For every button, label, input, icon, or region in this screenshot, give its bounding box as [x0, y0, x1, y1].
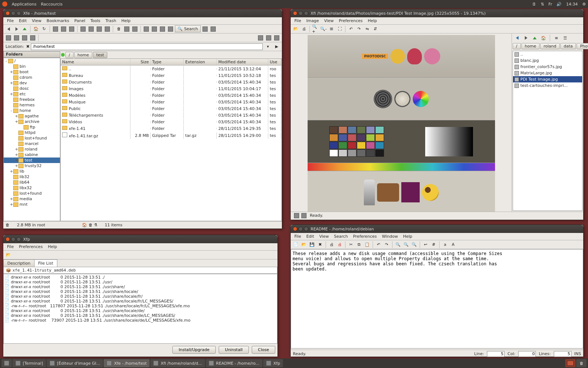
open-icon[interactable]: 📂 — [5, 251, 12, 259]
flip-v-icon[interactable]: ⇵ — [372, 25, 379, 33]
crumb[interactable]: home — [521, 43, 539, 49]
view-small-icon[interactable] — [265, 34, 272, 42]
tree-item[interactable]: -/ — [4, 58, 60, 64]
zoom-in-icon[interactable]: 🔍+ — [312, 25, 319, 33]
paste-icon[interactable] — [96, 25, 103, 33]
view-icons-icon[interactable] — [257, 34, 264, 42]
taskbar-button[interactable]: Xfp — [263, 359, 283, 367]
tree-item[interactable]: +sabine — [4, 152, 60, 158]
forward-icon[interactable] — [13, 25, 20, 33]
tree-item[interactable]: httpd — [4, 130, 60, 135]
table-row[interactable]: ImagesFolder11/01/2015 10:04:17tes — [61, 85, 282, 92]
install-button[interactable]: Install/Upgrade — [172, 346, 216, 354]
taskbar-button[interactable]: [Terminal] — [12, 359, 46, 367]
list-item[interactable]: 📄 -rw-r--r-- root/root 73907 2015-11-28 … — [4, 318, 276, 323]
unmount-icon[interactable] — [167, 25, 174, 33]
view-detail-icon[interactable] — [273, 34, 280, 42]
menu-window[interactable]: Window — [380, 233, 400, 240]
new-folder-icon[interactable] — [52, 25, 59, 33]
table-row[interactable]: PublicFolder03/05/2014 15:40:34tes — [61, 105, 282, 112]
list-item[interactable]: blanc.jpg — [513, 57, 582, 64]
table-row[interactable]: DocumentsFolder03/05/2014 15:40:34tes — [61, 79, 282, 85]
menu-help[interactable]: Help — [401, 233, 415, 240]
xfi-file-list[interactable]: ..blanc.jpgfrontier_color57s.jpgMatrixLa… — [513, 51, 582, 211]
linenum-icon[interactable]: # — [430, 241, 437, 248]
show-desktop-icon[interactable] — [1, 359, 12, 367]
terminal-icon[interactable] — [143, 25, 150, 33]
tree-item[interactable]: +roland — [4, 146, 60, 152]
flip-h-icon[interactable]: ⇋ — [363, 25, 371, 33]
up-icon[interactable] — [531, 34, 538, 42]
print2-icon[interactable]: 🖨 — [336, 241, 343, 248]
list-item[interactable]: MatrixLarge.jpg — [513, 70, 582, 76]
column-header[interactable]: Type — [151, 59, 184, 65]
trash-icon[interactable]: 🗑 — [115, 25, 122, 33]
panel-tree-icon[interactable] — [13, 34, 20, 42]
xfi-titlebar[interactable]: Xfi /home/roland/data/Photos/images-test… — [291, 9, 583, 17]
file-list[interactable]: NameSizeTypeExtensionModified dateUse ..… — [60, 59, 282, 221]
menu-view[interactable]: View — [322, 18, 336, 24]
table-row[interactable]: MusiqueFolder03/05/2014 15:40:34tes — [61, 99, 282, 105]
network-icon[interactable]: ⇅ — [541, 2, 544, 7]
clock[interactable]: 14:34 — [566, 2, 578, 7]
open-icon[interactable]: 📂 — [300, 241, 308, 248]
search-prev-icon[interactable]: 🔍 — [402, 241, 410, 248]
table-row[interactable]: xfe-1.41.tar.gz2.8 MBGzipped Tartar.gz28… — [61, 132, 282, 139]
redo-icon[interactable]: ↷ — [383, 241, 390, 248]
tree-item[interactable]: +etc — [4, 91, 60, 97]
back-icon[interactable] — [5, 25, 12, 33]
column-header[interactable]: Modified date — [217, 59, 268, 65]
table-row[interactable]: BureauFolder11/01/2015 10:52:18tes — [61, 72, 282, 79]
maximize-icon[interactable] — [304, 11, 308, 15]
tree-item[interactable]: freebox — [4, 97, 60, 102]
panel-single-icon[interactable] — [5, 34, 12, 42]
tree-item[interactable]: +archive — [4, 119, 60, 124]
uninstall-button[interactable]: Uninstall — [219, 346, 249, 354]
table-row[interactable]: ModèlesFolder03/05/2014 15:40:34tes — [61, 92, 282, 99]
taskbar-button[interactable]: Xfe - /home/test — [104, 359, 150, 367]
tree-item[interactable]: cdrom — [4, 75, 60, 80]
maximize-icon[interactable] — [17, 237, 21, 241]
close-icon[interactable] — [6, 11, 10, 15]
tab-file-list[interactable]: File List — [34, 259, 57, 267]
table-row[interactable]: ..Folder21/11/2015 13:12:04roo — [61, 66, 282, 72]
zoom-fit-icon[interactable]: ⛶ — [336, 25, 343, 33]
search-button[interactable]: 🔍 Search — [175, 25, 201, 32]
crumb[interactable]: test — [93, 52, 107, 58]
search-icon[interactable]: 🔍 — [394, 241, 402, 248]
xfe-titlebar[interactable]: Xfe - /home/test — [3, 9, 282, 17]
taskbar-button[interactable]: README - /home/ro... — [206, 359, 262, 367]
list-item[interactable]: 📄 -rw-r--r-- root/root 117807 2015-11-28… — [4, 304, 276, 308]
rotate-right-icon[interactable]: ↷ — [355, 25, 363, 33]
menu-file[interactable]: File — [292, 18, 303, 24]
tree-item[interactable]: +trusty32 — [4, 163, 60, 169]
tree-item[interactable]: ftp — [4, 124, 60, 130]
tree-item[interactable]: lib64 — [4, 180, 60, 185]
new-icon[interactable]: 📄 — [292, 241, 300, 248]
archive-icon[interactable] — [151, 25, 158, 33]
menu-file[interactable]: File — [292, 233, 303, 240]
hidden-files-icon[interactable] — [293, 212, 300, 219]
forward-icon[interactable] — [522, 34, 530, 42]
minimize-icon[interactable] — [298, 11, 303, 15]
menu-help[interactable]: Help — [119, 18, 133, 24]
tree-item[interactable]: +boot — [4, 69, 60, 75]
tree-item[interactable]: lost+found — [4, 191, 60, 196]
lines-field[interactable] — [554, 351, 571, 357]
cut-icon[interactable] — [87, 25, 95, 33]
tree-item[interactable]: +test — [4, 158, 60, 163]
home-icon[interactable]: 🏠 — [540, 34, 547, 42]
close-file-icon[interactable]: ✖ — [316, 241, 324, 248]
open-icon[interactable]: 📂 — [292, 25, 300, 33]
table-row[interactable]: VidéosFolder03/05/2014 15:40:34tes — [61, 118, 282, 125]
cut-icon[interactable]: ✂ — [347, 241, 355, 248]
tree-item[interactable]: bin — [4, 64, 60, 69]
tree-item[interactable]: -home — [4, 108, 60, 113]
print-icon[interactable]: 🖨 — [300, 25, 308, 33]
properties-icon[interactable] — [104, 25, 111, 33]
new-file-icon[interactable] — [60, 25, 67, 33]
tree-item[interactable]: marcel — [4, 141, 60, 146]
menu-preferences[interactable]: Preferences — [351, 233, 379, 240]
list-item[interactable]: 📄 drwxr-xr-x root/root 0 2015-11-28 13:5… — [4, 308, 276, 313]
tree-item[interactable]: +agathe — [4, 113, 60, 119]
